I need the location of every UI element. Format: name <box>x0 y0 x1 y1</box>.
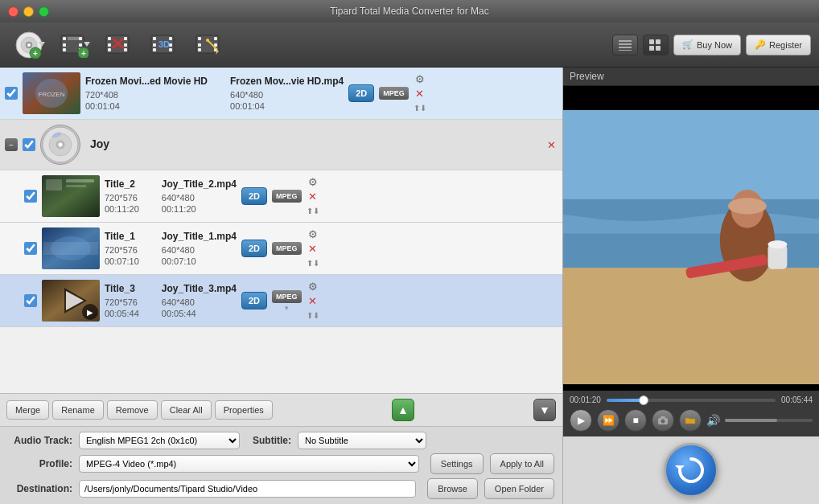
progress-bar-row: 00:01:20 00:05:44 <box>570 395 813 404</box>
play-overlay[interactable]: ▶ <box>82 304 98 320</box>
row-checkbox[interactable] <box>5 87 18 100</box>
2d-badge-button[interactable]: 2D <box>241 292 267 309</box>
svg-rect-51 <box>649 46 654 51</box>
2d-badge-button[interactable]: 2D <box>348 84 374 102</box>
2d-badge-button[interactable]: 2D <box>241 240 267 257</box>
expand-button[interactable]: − <box>5 138 18 151</box>
progress-bar[interactable] <box>607 399 776 402</box>
browse-button[interactable]: Browse <box>427 478 478 499</box>
svg-rect-20 <box>108 43 111 47</box>
settings-button[interactable]: Settings <box>430 453 484 474</box>
screenshot-button[interactable] <box>652 409 674 432</box>
move-down-button[interactable]: ▼ <box>533 399 556 421</box>
edit-button[interactable] <box>188 27 230 63</box>
move-icon[interactable]: ⬆⬇ <box>307 309 319 322</box>
row-checkbox[interactable] <box>23 138 35 151</box>
close-button[interactable] <box>8 6 19 17</box>
title2-thumb <box>42 175 100 217</box>
output-duration: 00:01:04 <box>230 101 344 111</box>
frozen-thumb: FROZEN <box>23 72 80 114</box>
subtitle-select[interactable]: No Subtitle <box>298 432 426 449</box>
settings-icon[interactable]: ⚙ <box>307 227 319 240</box>
svg-rect-67 <box>43 242 98 255</box>
add-file-button[interactable]: + <box>53 27 95 63</box>
file-row: Title_1 720*576 00:07:10 Joy_Title_1.mp4… <box>0 223 562 275</box>
destination-input[interactable]: /Users/jonly/Documents/Tipard Studio/Vid… <box>79 480 416 498</box>
remove-file-button[interactable]: Remove <box>107 400 158 420</box>
letterbox-top <box>563 86 819 110</box>
list-view-button[interactable] <box>612 35 638 55</box>
profile-row: Profile: MPEG-4 Video (*.mp4) Settings A… <box>8 453 554 474</box>
cart-icon: 🛒 <box>682 39 693 50</box>
remove-icon[interactable]: ✕ <box>307 242 319 255</box>
add-video-button[interactable]: + <box>8 27 50 63</box>
svg-rect-36 <box>198 37 201 40</box>
row-checkbox[interactable] <box>24 242 37 255</box>
row-checkbox[interactable] <box>24 294 37 307</box>
move-icon[interactable]: ⬆⬇ <box>307 256 319 269</box>
svg-rect-30 <box>153 48 156 51</box>
svg-marker-17 <box>84 42 90 47</box>
row-checkbox[interactable] <box>24 190 37 203</box>
fast-forward-button[interactable]: ⏩ <box>597 409 619 432</box>
camera-icon <box>657 416 669 425</box>
remove-group-icon[interactable]: ✕ <box>545 138 558 151</box>
title1-thumb <box>42 227 100 269</box>
move-icon[interactable]: ⬆⬇ <box>307 204 319 217</box>
settings-icon[interactable]: ⚙ <box>307 280 319 293</box>
audio-track-label: Audio Track: <box>8 435 72 446</box>
merge-button[interactable]: Merge <box>6 400 49 420</box>
file-name: Frozen Movi...ed Movie HD <box>85 76 208 87</box>
properties-button[interactable]: Properties <box>215 400 273 420</box>
2d-badge-button[interactable]: 2D <box>241 187 267 205</box>
group-header-row: − Joy ✕ <box>0 120 562 170</box>
minimize-button[interactable] <box>23 6 34 17</box>
maximize-button[interactable] <box>39 6 49 17</box>
remove-icon[interactable]: ✕ <box>307 294 319 307</box>
progress-thumb[interactable] <box>639 395 648 405</box>
output-duration: 00:05:44 <box>162 309 237 318</box>
file-meta: Title_2 720*576 00:11:20 Joy_Title_2.mp4… <box>105 178 237 214</box>
open-folder-button[interactable]: Open Folder <box>484 478 554 499</box>
file-resolution: 720*576 <box>105 193 139 203</box>
grid-view-button[interactable] <box>643 35 669 55</box>
audio-track-select[interactable]: English MPEG1 2ch (0x1c0) <box>79 432 240 449</box>
file-name: Title_2 <box>105 178 139 190</box>
svg-rect-28 <box>153 37 156 40</box>
3d-button[interactable]: 3D <box>143 27 185 63</box>
toolbar-right: 🛒 Buy Now 🔑 Register <box>612 35 811 55</box>
output-name: Joy_Title_3.mp4 <box>162 283 237 294</box>
svg-rect-73 <box>563 268 819 384</box>
row-actions: ⚙ ✕ ⬆⬇ <box>307 227 319 269</box>
file-list-buttons: Merge Rename Remove Clear All Properties… <box>0 393 562 427</box>
move-icon[interactable]: ⬆⬇ <box>414 101 426 114</box>
svg-rect-46 <box>619 43 632 45</box>
play-button[interactable]: ▶ <box>570 409 592 432</box>
remove-icon[interactable]: ✕ <box>414 87 426 100</box>
row-actions: ⚙ ✕ ⬆⬇ <box>414 72 426 114</box>
register-button[interactable]: 🔑 Register <box>746 35 811 55</box>
move-up-button[interactable]: ▲ <box>392 399 414 421</box>
profile-select[interactable]: MPEG-4 Video (*.mp4) <box>79 455 419 473</box>
svg-rect-21 <box>108 48 111 51</box>
remove-button[interactable] <box>98 27 140 63</box>
volume-bar[interactable] <box>725 419 813 422</box>
settings-icon[interactable]: ⚙ <box>307 175 319 188</box>
rename-button[interactable]: Rename <box>52 400 104 420</box>
settings-icon[interactable]: ⚙ <box>414 72 426 85</box>
svg-rect-49 <box>649 39 654 44</box>
apply-to-all-button[interactable]: Apply to All <box>490 453 554 474</box>
clear-all-button[interactable]: Clear All <box>161 400 212 420</box>
stop-button[interactable]: ■ <box>624 409 647 432</box>
volume-icon[interactable]: 🔊 <box>706 414 720 427</box>
mpeg-badge: MPEG <box>379 87 409 100</box>
toolbar: + + <box>0 23 819 68</box>
dropdown-arrow-icon[interactable]: ▼ <box>283 305 290 312</box>
convert-button[interactable] <box>664 443 718 498</box>
buy-now-button[interactable]: 🛒 Buy Now <box>673 35 741 55</box>
preview-scene: JVC <box>563 86 819 391</box>
audio-subtitle-row: Audio Track: English MPEG1 2ch (0x1c0) S… <box>8 432 554 449</box>
folder-button[interactable] <box>679 409 702 432</box>
svg-rect-45 <box>619 40 632 42</box>
remove-icon[interactable]: ✕ <box>307 190 319 203</box>
